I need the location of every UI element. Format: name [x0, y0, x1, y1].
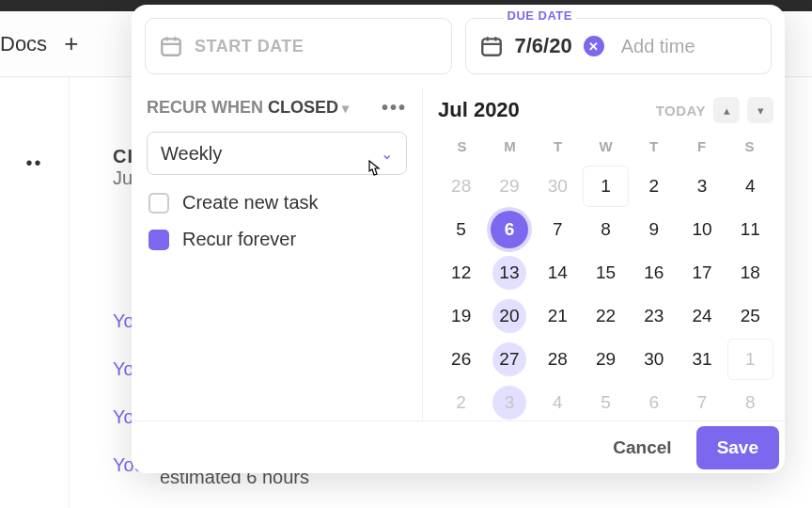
prev-month-button[interactable]: ▴ — [713, 97, 740, 123]
calendar-day[interactable]: 6 — [631, 382, 677, 423]
recur-header: RECUR WHEN CLOSED▾ ••• — [147, 97, 407, 119]
calendar-day[interactable]: 1 — [583, 166, 629, 207]
calendar-header: Jul 2020 TODAY ▴ ▾ — [438, 97, 773, 123]
calendar-day[interactable]: 8 — [727, 382, 773, 423]
recur-forever-row[interactable]: Recur forever — [147, 229, 407, 250]
recur-when-dropdown[interactable]: RECUR WHEN CLOSED▾ — [147, 98, 349, 118]
calendar-day[interactable]: 29 — [583, 339, 629, 380]
start-date-input[interactable]: START DATE — [145, 18, 452, 74]
weekday-label: T — [534, 133, 582, 160]
calendar-day[interactable]: 31 — [679, 339, 725, 380]
calendar-day[interactable]: 9 — [631, 209, 677, 250]
more-icon[interactable]: •• — [25, 152, 42, 508]
cancel-button[interactable]: Cancel — [598, 428, 686, 468]
calendar-day[interactable]: 3 — [486, 382, 532, 423]
chevron-down-icon: ⌄ — [381, 145, 393, 163]
calendar-day[interactable]: 8 — [583, 209, 629, 250]
calendar-controls: TODAY ▴ ▾ — [656, 97, 773, 123]
calendar-day[interactable]: 6 — [491, 211, 528, 248]
calendar-day[interactable]: 16 — [631, 252, 677, 294]
calendar-day[interactable]: 2 — [438, 382, 484, 423]
bg-line-2: Ju — [113, 167, 133, 189]
calendar-day[interactable]: 30 — [631, 339, 677, 380]
calendar-month-label: Jul 2020 — [438, 98, 520, 122]
calendar-day[interactable]: 18 — [727, 252, 773, 294]
calendar-day[interactable]: 7 — [679, 382, 725, 423]
create-new-task-row[interactable]: Create new task — [147, 192, 407, 214]
weekday-label: M — [486, 133, 534, 160]
calendar-weekdays: SMTWTFS — [438, 133, 773, 160]
weekday-label: F — [678, 133, 726, 160]
calendar-day[interactable]: 13 — [486, 252, 532, 294]
calendar-panel: Jul 2020 TODAY ▴ ▾ SMTWTFS 2829301234567… — [423, 87, 785, 426]
calendar-day[interactable]: 27 — [486, 339, 532, 380]
more-options-button[interactable]: ••• — [382, 97, 407, 119]
weekday-label: S — [726, 133, 773, 160]
calendar-day[interactable]: 1 — [727, 339, 773, 380]
recurrence-panel: RECUR WHEN CLOSED▾ ••• Weekly ⌄ Create n… — [132, 87, 423, 426]
recur-forever-checkbox[interactable] — [148, 230, 169, 250]
calendar-day[interactable]: 20 — [486, 295, 532, 337]
calendar-day[interactable]: 29 — [486, 166, 532, 207]
calendar-day[interactable]: 3 — [679, 166, 725, 207]
clear-due-date-button[interactable]: ✕ — [584, 36, 604, 56]
chevron-down-icon: ▾ — [342, 101, 349, 116]
today-button[interactable]: TODAY — [656, 103, 706, 119]
create-new-task-label: Create new task — [182, 192, 319, 214]
calendar-icon — [479, 34, 504, 58]
calendar-day[interactable]: 22 — [583, 295, 629, 337]
calendar-icon — [159, 34, 183, 58]
calendar-day[interactable]: 28 — [535, 339, 581, 380]
modal-footer: Cancel Save — [132, 421, 785, 473]
calendar-day[interactable]: 4 — [535, 382, 581, 423]
date-row: START DATE DUE DATE 7/6/20 ✕ Add time — [132, 5, 785, 87]
frequency-value: Weekly — [161, 143, 222, 165]
app-sidebar: •• — [0, 77, 70, 508]
weekday-label: S — [438, 133, 486, 160]
calendar-day[interactable]: 2 — [631, 166, 677, 207]
calendar-day[interactable]: 11 — [727, 209, 773, 250]
calendar-day[interactable]: 14 — [535, 252, 581, 294]
calendar-day[interactable]: 10 — [679, 209, 725, 250]
due-date-label: DUE DATE — [504, 8, 576, 23]
calendar-day[interactable]: 26 — [438, 339, 484, 380]
svg-rect-1 — [482, 39, 501, 55]
calendar-day[interactable]: 5 — [438, 209, 484, 250]
bg-line-1: CI — [113, 146, 133, 167]
svg-rect-0 — [162, 39, 180, 55]
create-new-task-checkbox[interactable] — [148, 193, 169, 214]
calendar-day[interactable]: 12 — [438, 252, 484, 294]
weekday-label: W — [582, 133, 630, 160]
calendar-day[interactable]: 30 — [535, 166, 581, 207]
next-month-button[interactable]: ▾ — [747, 97, 773, 123]
calendar-day[interactable]: 28 — [438, 166, 484, 207]
calendar-day[interactable]: 7 — [535, 209, 581, 250]
start-date-placeholder: START DATE — [195, 37, 304, 56]
calendar-day[interactable]: 15 — [583, 252, 629, 294]
calendar-day[interactable]: 17 — [679, 252, 725, 294]
add-time-button[interactable]: Add time — [621, 36, 695, 57]
recur-title-prefix: RECUR WHEN — [147, 98, 268, 117]
calendar-day[interactable]: 21 — [535, 295, 581, 337]
weekday-label: T — [630, 133, 678, 160]
calendar-day[interactable]: 25 — [727, 295, 773, 337]
calendar-day[interactable]: 5 — [583, 382, 629, 423]
calendar-day[interactable]: 4 — [727, 166, 773, 207]
date-recurrence-modal: START DATE DUE DATE 7/6/20 ✕ Add time RE… — [132, 5, 785, 473]
due-date-value: 7/6/20 — [515, 34, 572, 58]
due-date-input[interactable]: DUE DATE 7/6/20 ✕ Add time — [465, 18, 773, 74]
calendar-day[interactable]: 24 — [679, 295, 725, 337]
bg-content: CI Ju — [113, 146, 133, 189]
save-button[interactable]: Save — [696, 426, 779, 469]
add-tab-button[interactable]: + — [64, 29, 78, 58]
calendar-grid: 2829301234567891011121314151617181920212… — [438, 166, 773, 423]
frequency-select[interactable]: Weekly ⌄ — [147, 132, 407, 175]
recur-title-state: CLOSED — [268, 98, 338, 117]
modal-body: RECUR WHEN CLOSED▾ ••• Weekly ⌄ Create n… — [132, 87, 785, 426]
calendar-day[interactable]: 19 — [438, 295, 484, 337]
calendar-day[interactable]: 23 — [631, 295, 677, 337]
recur-forever-label: Recur forever — [182, 229, 296, 250]
docs-tab[interactable]: Docs — [0, 32, 47, 56]
